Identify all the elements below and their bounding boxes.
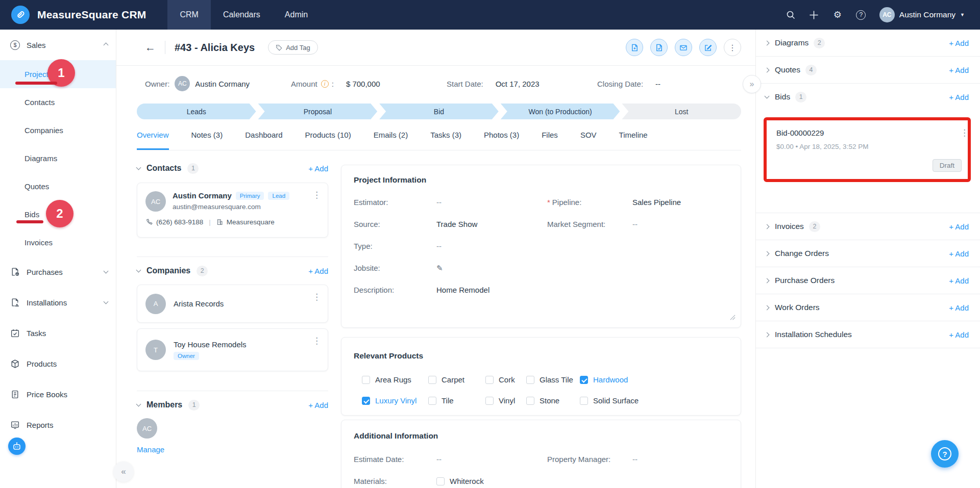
section-installation-schedules[interactable]: Installation Schedules + Add	[756, 321, 980, 348]
add-company-button[interactable]: + Add	[308, 267, 328, 275]
contact-kebab-menu[interactable]: ⋮	[312, 190, 321, 200]
company-card[interactable]: A Arista Records ⋮	[137, 285, 328, 323]
create-quote-button[interactable]	[650, 39, 668, 56]
add-change-order-button[interactable]: + Add	[949, 249, 969, 258]
compose-note-button[interactable]	[699, 39, 717, 56]
company-name[interactable]: Arista Records	[174, 299, 224, 308]
sidebar-group-price-books[interactable]: Price Books	[0, 379, 116, 409]
source-value[interactable]: Trade Show	[436, 220, 477, 228]
send-email-button[interactable]	[675, 39, 692, 56]
stage-leads[interactable]: Leads	[137, 104, 256, 119]
sidebar-item-invoices[interactable]: Invoices	[0, 228, 116, 256]
company-name[interactable]: Toy House Remodels	[174, 340, 247, 349]
estimate-date-value[interactable]: --	[436, 455, 442, 464]
checkbox-whiterock[interactable]: Whiterock	[436, 477, 484, 485]
checkbox[interactable]	[436, 477, 445, 485]
floating-help-button[interactable]: ?	[931, 440, 959, 468]
chevron-right-icon[interactable]	[765, 278, 770, 283]
nav-tab-calendars[interactable]: Calendars	[211, 0, 273, 30]
tab-overview[interactable]: Overview	[137, 119, 169, 150]
contact-company[interactable]: Measuresquare	[227, 218, 275, 226]
section-diagrams[interactable]: Diagrams 2 + Add	[756, 30, 980, 57]
panel-expand-button[interactable]: »	[743, 75, 761, 93]
chevron-down-icon[interactable]	[136, 268, 141, 273]
add-contact-button[interactable]: + Add	[308, 164, 328, 173]
amount-value[interactable]: $ 700,000	[346, 80, 380, 88]
checkbox[interactable]	[428, 376, 436, 384]
section-work-orders[interactable]: Work Orders + Add	[756, 294, 980, 321]
back-button[interactable]: ←	[145, 41, 156, 54]
tab-files[interactable]: Files	[542, 119, 558, 150]
type-value[interactable]: --	[436, 242, 442, 250]
stage-lost[interactable]: Lost	[622, 104, 741, 119]
stage-won[interactable]: Won (to Production)	[501, 104, 620, 119]
add-bid-button[interactable]: + Add	[949, 93, 969, 101]
create-bid-button[interactable]	[626, 39, 643, 56]
company-kebab-menu[interactable]: ⋮	[312, 336, 321, 346]
chevron-down-icon[interactable]	[765, 94, 770, 99]
checkbox-area-rugs[interactable]: Area Rugs	[362, 375, 428, 384]
checkbox[interactable]	[485, 376, 494, 384]
sidebar-section-sales[interactable]: $ Sales	[0, 30, 116, 60]
member-avatar[interactable]: AC	[137, 418, 157, 439]
sidebar-collapse-button[interactable]: «	[113, 461, 134, 482]
property-manager-value[interactable]: --	[632, 455, 638, 464]
sidebar-group-purchases[interactable]: Purchases	[0, 256, 116, 287]
tab-tasks[interactable]: Tasks (3)	[430, 119, 461, 150]
chevron-right-icon[interactable]	[765, 67, 770, 72]
info-icon[interactable]: i	[321, 80, 329, 88]
gear-icon[interactable]: ⚙	[832, 10, 843, 20]
checkbox-cork[interactable]: Cork	[485, 375, 526, 384]
contact-card[interactable]: AC Austin Cormany Primary Lead austin@me…	[137, 183, 328, 238]
manage-members-link[interactable]: Manage	[137, 445, 328, 454]
checkbox-luxury-vinyl[interactable]: Luxury Vinyl	[362, 396, 428, 405]
nav-tab-crm[interactable]: CRM	[167, 0, 210, 30]
checkbox-solid-surface[interactable]: Solid Surface	[580, 396, 639, 405]
section-purchase-orders[interactable]: Purchase Orders + Add	[756, 267, 980, 294]
estimator-value[interactable]: --	[436, 198, 442, 207]
chevron-down-icon[interactable]	[136, 402, 141, 407]
description-value[interactable]: Home Remodel	[436, 286, 489, 294]
section-bids[interactable]: Bids 1 + Add	[756, 84, 980, 110]
sidebar-item-diagrams[interactable]: Diagrams	[0, 144, 116, 172]
section-invoices[interactable]: Invoices 2 + Add	[756, 213, 980, 240]
chevron-right-icon[interactable]	[765, 332, 770, 337]
more-actions-button[interactable]: ⋮	[724, 39, 741, 56]
tab-notes[interactable]: Notes (3)	[191, 119, 223, 150]
closing-date-value[interactable]: --	[655, 80, 660, 88]
checkbox-hardwood[interactable]: Hardwood	[580, 375, 628, 384]
chevron-down-icon[interactable]	[136, 165, 141, 170]
bid-kebab-menu[interactable]: ⋮	[960, 127, 969, 138]
tab-dashboard[interactable]: Dashboard	[245, 119, 282, 150]
sidebar-group-products[interactable]: Products	[0, 348, 116, 379]
checkbox[interactable]	[362, 376, 370, 384]
checkbox-glass-tile[interactable]: Glass Tile	[526, 375, 580, 384]
tab-products[interactable]: Products (10)	[305, 119, 351, 150]
company-card[interactable]: T Toy House Remodels Owner ⋮	[137, 328, 328, 371]
contact-phone[interactable]: (626) 683-9188	[156, 218, 203, 226]
chevron-right-icon[interactable]	[765, 224, 770, 229]
add-tag-button[interactable]: Add Tag	[268, 40, 317, 55]
owner-avatar[interactable]: AC	[175, 76, 190, 91]
tab-sov[interactable]: SOV	[580, 119, 597, 150]
checkbox[interactable]	[526, 397, 534, 405]
checkbox[interactable]	[580, 397, 588, 405]
checkbox[interactable]	[485, 397, 494, 405]
add-icon[interactable]	[809, 10, 819, 20]
checkbox-carpet[interactable]: Carpet	[428, 375, 485, 384]
pipeline-value[interactable]: Sales Pipeline	[632, 198, 681, 207]
add-invoice-button[interactable]: + Add	[949, 222, 969, 231]
tab-timeline[interactable]: Timeline	[619, 119, 648, 150]
help-icon[interactable]: ?	[856, 10, 866, 20]
bid-id[interactable]: Bid-00000229	[776, 129, 960, 137]
checkbox-checked[interactable]	[362, 397, 370, 405]
assistant-bot-button[interactable]	[8, 438, 26, 455]
sidebar-item-quotes[interactable]: Quotes	[0, 172, 116, 200]
start-date-value[interactable]: Oct 17, 2023	[496, 80, 540, 88]
add-diagram-button[interactable]: + Add	[949, 39, 969, 47]
tab-emails[interactable]: Emails (2)	[374, 119, 408, 150]
measuresquare-logo-icon[interactable]	[11, 6, 30, 24]
user-menu[interactable]: AC Austin Cormany ▼	[879, 7, 965, 22]
sidebar-group-tasks[interactable]: Tasks	[0, 318, 116, 348]
market-segment-value[interactable]: --	[632, 220, 638, 228]
